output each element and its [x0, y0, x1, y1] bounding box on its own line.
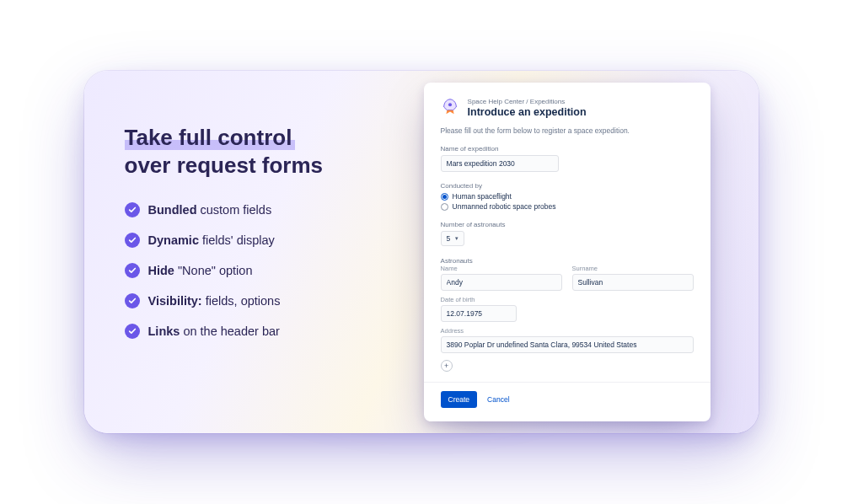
address-label: Address [441, 327, 694, 335]
feature-list: Bundled custom fields Dynamic fields' di… [125, 202, 389, 339]
feature-item: Hide "None" option [125, 263, 389, 278]
surname-input[interactable] [572, 274, 694, 291]
marketing-copy: Take full control over request forms Bun… [125, 111, 389, 393]
radio-option-human[interactable]: Human spaceflight [441, 192, 694, 201]
headline-line-1: Take full control [125, 125, 296, 150]
expedition-name-label: Name of expedition [441, 145, 694, 153]
feature-item: Bundled custom fields [125, 202, 389, 217]
form-description: Please fill out the form below to regist… [441, 126, 694, 135]
add-astronaut-button[interactable]: + [441, 360, 453, 372]
astronaut-count-select[interactable]: 5 ▾ [441, 231, 465, 246]
address-input[interactable] [441, 336, 694, 353]
form-title: Introduce an expedition [468, 106, 587, 118]
radio-icon [441, 203, 448, 211]
expedition-name-input[interactable] [441, 155, 559, 172]
feature-item: Links on the header bar [125, 324, 389, 339]
feature-item: Visibility: fields, options [125, 293, 389, 308]
astronauts-section-heading: Astronauts [441, 257, 473, 265]
check-icon [125, 263, 140, 278]
check-icon [125, 233, 140, 248]
request-form-panel: Space Help Center / Expeditions Introduc… [424, 83, 711, 421]
promo-card: Take full control over request forms Bun… [84, 71, 759, 433]
check-icon [125, 293, 140, 308]
feature-item: Dynamic fields' display [125, 233, 389, 248]
radio-icon [441, 193, 448, 201]
check-icon [125, 324, 140, 339]
astronaut-count-label: Number of astronauts [441, 221, 694, 228]
create-button[interactable]: Create [441, 391, 478, 408]
surname-label: Surname [572, 265, 694, 272]
breadcrumb[interactable]: Space Help Center / Expeditions [468, 98, 587, 105]
check-icon [125, 202, 140, 217]
headline-line-2: over request forms [125, 153, 389, 179]
dob-label: Date of birth [441, 296, 694, 303]
cancel-button[interactable]: Cancel [487, 395, 509, 404]
svg-point-0 [448, 103, 452, 106]
rocket-icon [441, 98, 459, 116]
divider [424, 382, 711, 383]
dob-input[interactable] [441, 305, 517, 322]
conducted-by-label: Conducted by [441, 182, 694, 190]
firstname-label: Name [441, 265, 562, 272]
firstname-input[interactable] [441, 274, 562, 291]
plus-icon: + [444, 362, 448, 370]
radio-option-unmanned[interactable]: Unmanned robotic space probes [441, 202, 694, 211]
chevron-down-icon: ▾ [455, 235, 459, 242]
